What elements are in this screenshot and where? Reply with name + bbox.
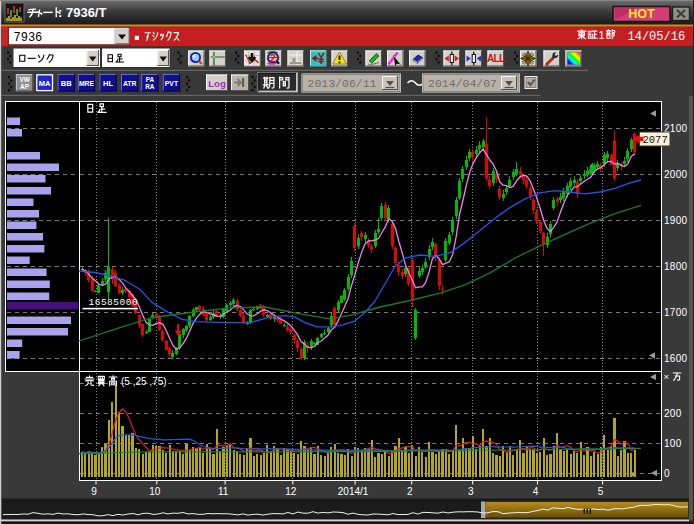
svg-text:14/05/16: 14/05/16: [628, 30, 686, 44]
svg-text:2: 2: [407, 486, 413, 497]
svg-text:5: 5: [598, 486, 604, 497]
svg-text:7936: 7936: [14, 31, 43, 45]
svg-text:(5 ,25 ,75): (5 ,25 ,75): [121, 376, 167, 387]
svg-text:2013/06/11: 2013/06/11: [308, 77, 377, 90]
svg-text:1800: 1800: [664, 261, 688, 272]
svg-text:PVT: PVT: [165, 80, 179, 87]
svg-text:HOT: HOT: [628, 7, 655, 21]
svg-text:1: 1: [599, 29, 605, 41]
svg-text:2014/04/07: 2014/04/07: [428, 77, 497, 90]
svg-text:1900: 1900: [664, 215, 688, 226]
svg-text:: 7936/T: : 7936/T: [58, 5, 106, 20]
svg-text:0: 0: [664, 468, 670, 479]
svg-text:1600: 1600: [664, 353, 688, 364]
svg-text:ALL: ALL: [487, 53, 505, 64]
svg-text:2077: 2077: [643, 134, 668, 146]
svg-text:MRE: MRE: [79, 80, 95, 87]
svg-text:AP: AP: [20, 83, 30, 90]
svg-text:9: 9: [91, 486, 97, 497]
svg-text:Log: Log: [208, 78, 226, 89]
svg-text:3: 3: [468, 486, 474, 497]
svg-text:PA: PA: [146, 76, 155, 83]
svg-text:VW: VW: [19, 76, 30, 83]
svg-text:200: 200: [664, 408, 682, 419]
svg-text:BB: BB: [61, 79, 72, 88]
svg-text:11: 11: [218, 486, 229, 497]
svg-text:×: ×: [664, 371, 670, 382]
svg-text:16585000: 16585000: [89, 297, 139, 308]
svg-text:RA: RA: [145, 83, 155, 90]
svg-text:10: 10: [149, 486, 161, 497]
svg-text:100: 100: [664, 438, 682, 449]
svg-text:ATR: ATR: [123, 80, 137, 87]
svg-text:2000: 2000: [664, 169, 688, 180]
svg-text:MA: MA: [39, 79, 51, 88]
svg-text:4: 4: [533, 486, 539, 497]
svg-text:HL: HL: [103, 79, 113, 88]
svg-text:1700: 1700: [664, 307, 688, 318]
svg-text:2014/1: 2014/1: [338, 486, 369, 497]
svg-text:12: 12: [285, 486, 297, 497]
